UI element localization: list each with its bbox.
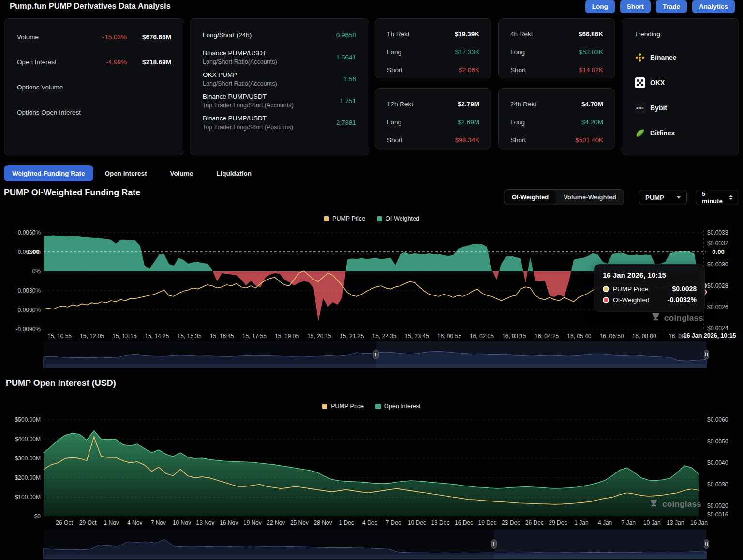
ratio-pair-label: Binance PUMP/USDTTop Trader Long/Short (… <box>203 93 294 109</box>
toggle-volume-weighted[interactable]: Volume-Weighted <box>556 190 624 205</box>
trending-item-bybit[interactable]: BYB!TBybit <box>635 103 739 113</box>
long-button[interactable]: Long <box>585 0 615 13</box>
rekt-long-row: Long$52.03K <box>510 47 603 57</box>
coinglass-watermark: coinglass <box>649 499 701 510</box>
tab-weighted-funding-rate[interactable]: Weighted Funding Rate <box>4 165 93 181</box>
navigator-handle[interactable] <box>373 350 379 359</box>
x-axis-tick: 16, 06:50 <box>600 333 624 339</box>
x-axis-tick: 15, 15:35 <box>178 333 202 339</box>
derivatives-dashboard: Pump.fun PUMP Derivatives Data Analysis … <box>0 0 743 560</box>
x-axis-tick: 16, 03:15 <box>502 333 526 339</box>
tooltip-series-label: OI-Weighted <box>613 296 650 304</box>
trending-panel: Trending BinanceOKXBYB!TBybitBitfinex <box>622 18 739 155</box>
x-axis-tick: 13 Dec <box>431 519 449 526</box>
tooltip-series-dot <box>603 297 609 303</box>
stat-row: Open Interest-4.99%$218.69M <box>17 58 171 67</box>
rekt-long-label: Long <box>510 48 579 56</box>
x-axis-tick: 15, 21:25 <box>340 333 364 339</box>
trending-item-binance[interactable]: Binance <box>635 52 739 63</box>
x-axis-tick: 15, 14:25 <box>145 333 169 339</box>
x-axis-tick: 10 Jan <box>643 519 661 526</box>
legend-item[interactable]: PUMP Price <box>324 215 365 222</box>
rekt-period-label: 12h Rekt <box>387 101 458 108</box>
legend-item[interactable]: PUMP Price <box>322 403 364 410</box>
rekt-short-value: $501.40K <box>575 136 603 144</box>
x-axis-tick: 15, 22:35 <box>372 333 396 339</box>
legend-label: Open Interest <box>384 403 421 410</box>
trending-item-okx[interactable]: OKX <box>635 77 739 88</box>
chart-tooltip: 16 Jan 2026, 10:15 PUMP Price$0.0028OI-W… <box>594 264 705 312</box>
y-axis-tick: $0.0050 <box>707 438 728 445</box>
y-axis-tick: $0.0016 <box>707 511 728 518</box>
y-axis-tick: 0.0030% <box>2 249 41 255</box>
oi-chart-title: PUMP Open Interest (USD) <box>6 378 116 388</box>
navigator-handle[interactable] <box>704 539 709 549</box>
symbol-select[interactable]: PUMP <box>639 190 687 205</box>
symbol-select-value: PUMP <box>645 194 664 201</box>
ratio-value: 0.9658 <box>336 31 356 39</box>
rekt-12h-panel: 12h Rekt$2.79MLong$2.69MShort$98.34K <box>375 88 491 149</box>
x-axis-tick: 7 Jan <box>621 519 635 526</box>
svg-text:BYB!T: BYB!T <box>636 107 643 109</box>
stat-label: Open Interest <box>17 59 82 66</box>
rekt-24h-panel: 24h Rekt$4.70MLong$4.20MShort$501.40K <box>498 88 615 149</box>
toggle-oi-weighted[interactable]: OI-Weighted <box>505 190 556 204</box>
rekt-total-value: $4.70M <box>581 101 603 108</box>
ratio-value: 1.5641 <box>336 54 356 61</box>
ratio-value: 1.56 <box>343 75 356 83</box>
analytics-button[interactable]: Analytics <box>692 0 735 13</box>
x-axis-tick: 15, 23:45 <box>405 333 429 339</box>
legend-item[interactable]: Open Interest <box>375 403 421 410</box>
y-axis-tick: $0.0020 <box>707 502 728 509</box>
interval-select[interactable]: 5 minute <box>696 190 739 205</box>
rekt-total-row: 4h Rekt$66.86K <box>510 29 603 39</box>
y-axis-tick: $100.00M <box>2 494 41 501</box>
tab-liquidation[interactable]: Liquidation <box>205 165 263 181</box>
x-axis-tick: 25 Nov <box>290 519 309 526</box>
header-actions: Long Short Trade Analytics <box>585 0 735 13</box>
x-axis-tick: 19 Dec <box>478 519 497 526</box>
y-axis-tick: $200.00M <box>2 474 41 481</box>
trending-item-bitfinex[interactable]: Bitfinex <box>635 128 739 138</box>
x-axis-tick: 16, 04:25 <box>535 333 559 339</box>
rekt-period-label: 24h Rekt <box>510 101 581 108</box>
short-button[interactable]: Short <box>620 0 651 13</box>
rekt-long-value: $4.20M <box>581 118 603 126</box>
ratio-value: 2.7881 <box>336 119 356 126</box>
x-axis-tick: 28 Nov <box>313 519 332 526</box>
x-axis-tick: 4 Dec <box>362 519 377 526</box>
x-axis-tick: 13 Jan <box>667 519 684 526</box>
crosshair-date-badge: 16 Jan 2026, 10:15 <box>678 331 741 340</box>
rekt-short-label: Short <box>387 66 459 74</box>
tab-open-interest[interactable]: Open Interest <box>93 165 159 181</box>
stat-row: Options Open Interest <box>17 108 171 117</box>
stat-value: $676.66M <box>127 33 171 41</box>
ratio-title: Binance PUMP/USDT <box>203 49 277 57</box>
x-axis-tick: 1 Jan <box>574 519 588 526</box>
trending-title: Trending <box>635 30 739 38</box>
tooltip-row: OI-Weighted-0.0032% <box>603 296 697 304</box>
tooltip-series-value: -0.0032% <box>668 296 697 304</box>
navigator-handle[interactable] <box>491 539 497 549</box>
rekt-total-value: $66.86K <box>579 30 603 38</box>
trade-button[interactable]: Trade <box>656 0 687 13</box>
stat-label: Options Volume <box>17 84 82 91</box>
x-axis-tick: 16, 02:05 <box>470 333 494 339</box>
y-axis-tick: $0.0026 <box>707 304 728 310</box>
legend-swatch <box>377 216 382 221</box>
tab-volume[interactable]: Volume <box>159 165 205 181</box>
x-axis-tick: 1 Nov <box>104 519 119 526</box>
x-axis-tick: 16 Nov <box>220 519 238 526</box>
y-axis-tick: $0.0040 <box>707 459 728 466</box>
legend-item[interactable]: OI-Weighted <box>377 215 419 222</box>
y-axis-tick: $0.0060 <box>707 416 728 423</box>
bybit-icon: BYB!T <box>635 103 645 113</box>
navigator-handle[interactable] <box>704 350 709 359</box>
coinglass-watermark: coinglass <box>651 312 703 324</box>
x-axis-tick: 7 Dec <box>386 519 401 526</box>
legend-swatch <box>322 404 327 409</box>
x-axis-tick: 15, 16:45 <box>210 333 234 339</box>
rekt-long-row: Long$17.33K <box>387 47 479 57</box>
ratio-subtitle: Top Trader Long/Short (Positions) <box>203 124 293 131</box>
rekt-total-value: $2.79M <box>458 101 479 108</box>
